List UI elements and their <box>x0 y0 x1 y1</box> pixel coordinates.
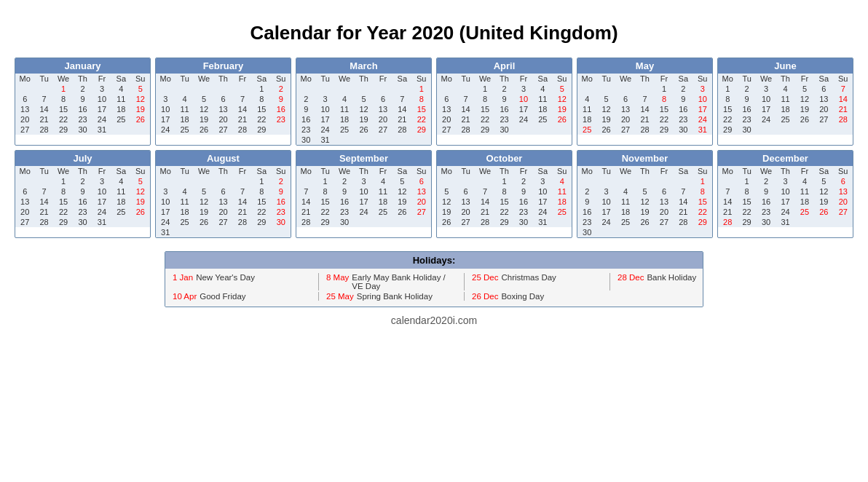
day-cell: 29 <box>54 217 74 227</box>
day-cell: 3 <box>92 84 111 94</box>
day-header: Tu <box>596 166 615 176</box>
day-cell: 19 <box>814 197 833 207</box>
day-header: Su <box>693 166 712 176</box>
day-cell: 3 <box>92 176 111 186</box>
day-header: Tu <box>175 74 194 84</box>
day-cell: 2 <box>73 84 92 94</box>
day-cell: 15 <box>54 197 74 207</box>
day-cell: 4 <box>616 186 636 197</box>
day-cell: 23 <box>73 207 92 217</box>
day-header: Th <box>213 74 232 84</box>
day-cell: 10 <box>92 94 111 104</box>
day-cell: 24 <box>92 207 111 217</box>
day-cell: 7 <box>233 94 252 104</box>
day-cell: 7 <box>233 186 252 197</box>
month-october: OctoberMoTuWeThFrSaSu1234567891011121314… <box>436 150 572 238</box>
day-cell: 26 <box>194 217 214 227</box>
day-cell: 19 <box>194 114 214 125</box>
day-cell: 6 <box>655 186 674 197</box>
day-cell: 10 <box>315 104 334 114</box>
day-cell <box>795 217 814 227</box>
day-cell <box>354 84 373 94</box>
day-cell: 16 <box>73 104 92 114</box>
day-cell: 5 <box>596 94 615 104</box>
day-cell <box>213 227 232 237</box>
month-table: MoTuWeThFrSaSu12345678910111213141516171… <box>156 166 291 237</box>
day-cell: 12 <box>131 186 150 197</box>
day-cell <box>635 227 654 237</box>
day-cell: 14 <box>834 94 853 104</box>
day-cell: 15 <box>315 197 334 207</box>
day-cell: 29 <box>693 217 712 227</box>
day-header: Su <box>834 166 853 176</box>
page-title: Calendar for Year 2020 (United Kingdom) <box>15 22 853 44</box>
day-header: Mo <box>15 74 34 84</box>
day-cell: 7 <box>34 186 53 197</box>
day-cell: 3 <box>514 84 533 94</box>
day-cell: 9 <box>494 94 513 104</box>
day-cell: 31 <box>92 125 111 135</box>
day-cell: 6 <box>437 94 456 104</box>
day-cell: 2 <box>272 176 291 186</box>
day-cell: 21 <box>456 114 475 125</box>
day-header: Tu <box>34 166 53 176</box>
day-cell: 18 <box>374 197 392 207</box>
day-cell: 15 <box>476 104 495 114</box>
day-cell: 21 <box>834 104 853 114</box>
day-header: Th <box>354 74 373 84</box>
day-header: Th <box>354 166 373 176</box>
day-cell: 20 <box>655 207 674 217</box>
day-cell: 13 <box>15 104 34 114</box>
day-cell: 6 <box>213 186 232 197</box>
day-cell <box>175 176 194 186</box>
day-cell: 3 <box>156 94 175 104</box>
day-cell: 26 <box>131 114 150 125</box>
day-cell: 26 <box>795 114 814 125</box>
day-cell: 12 <box>596 104 615 114</box>
day-cell: 1 <box>655 84 674 94</box>
day-cell <box>437 84 456 94</box>
day-header: Sa <box>111 74 130 84</box>
day-cell: 4 <box>553 176 572 186</box>
holiday-name: Good Friday <box>200 292 245 301</box>
day-cell: 23 <box>494 114 513 125</box>
day-cell: 22 <box>476 114 495 125</box>
day-cell: 12 <box>354 104 373 114</box>
day-cell: 21 <box>392 114 411 125</box>
month-table: MoTuWeThFrSaSu12345678910111213141516171… <box>437 166 572 227</box>
holidays-header: Holidays: <box>165 252 703 269</box>
day-cell: 6 <box>456 186 475 197</box>
day-cell: 11 <box>374 186 392 197</box>
holiday-date: 25 May <box>326 292 354 301</box>
day-cell: 25 <box>577 125 596 135</box>
day-header: Th <box>776 74 794 84</box>
month-table: MoTuWeThFrSaSu12345678910111213141516171… <box>577 166 712 237</box>
day-cell: 10 <box>596 197 615 207</box>
day-cell: 5 <box>553 84 572 94</box>
day-header: Fr <box>374 74 392 84</box>
day-cell: 12 <box>131 94 150 104</box>
month-march: MarchMoTuWeThFrSaSu123456789101112131415… <box>296 58 432 146</box>
day-header: Su <box>693 74 712 84</box>
month-table: MoTuWeThFrSaSu12345678910111213141516171… <box>15 74 150 135</box>
day-cell: 28 <box>392 125 411 135</box>
day-cell: 19 <box>131 197 150 207</box>
day-header: Fr <box>233 166 252 176</box>
holiday-name: Boxing Day <box>501 292 544 301</box>
day-cell: 23 <box>514 207 533 217</box>
day-cell: 1 <box>412 84 431 94</box>
holidays-section: Holidays: 1 JanNew Year's Day8 MayEarly … <box>165 251 703 307</box>
month-table: MoTuWeThFrSaSu12345678910111213141516171… <box>296 166 431 227</box>
day-cell: 2 <box>737 84 756 94</box>
day-cell <box>596 84 615 94</box>
day-cell: 25 <box>111 114 130 125</box>
day-cell: 3 <box>533 176 552 186</box>
day-cell: 24 <box>693 114 712 125</box>
day-cell: 20 <box>437 114 456 125</box>
day-header: Su <box>553 74 572 84</box>
day-header: Tu <box>737 74 756 84</box>
day-cell: 14 <box>296 197 315 207</box>
day-cell <box>412 135 431 145</box>
month-name: March <box>296 58 431 74</box>
day-cell <box>635 84 654 94</box>
